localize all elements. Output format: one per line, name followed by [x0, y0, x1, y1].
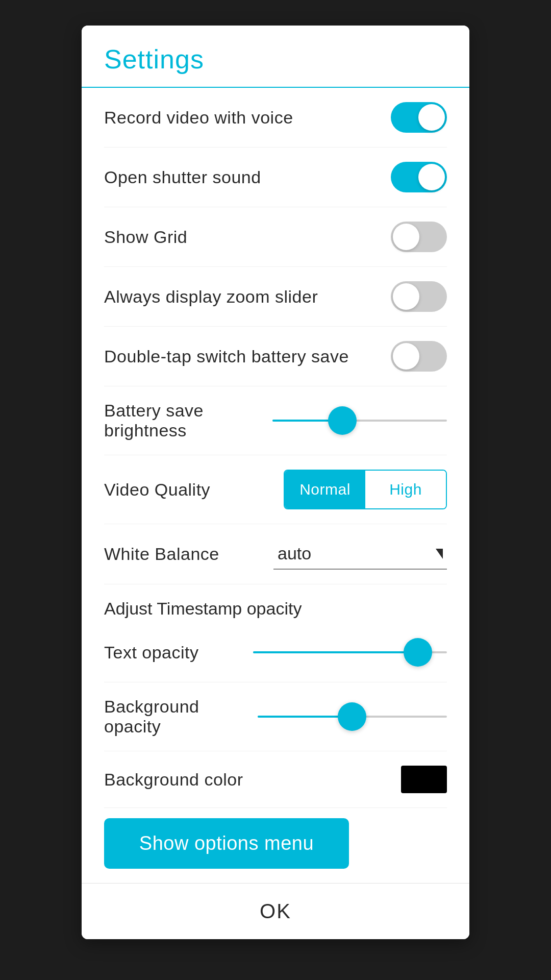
- video-quality-control: Normal High: [284, 470, 447, 509]
- bg-opacity-row: Background opacity: [104, 682, 447, 751]
- timestamp-section-header: Adjust Timestamp opacity: [104, 584, 447, 623]
- battery-brightness-row: Battery save brightness: [104, 386, 447, 455]
- record-video-toggle[interactable]: [391, 102, 447, 133]
- bg-opacity-slider[interactable]: [258, 701, 447, 732]
- dialog-content: Record video with voice Open shutter sou…: [82, 88, 469, 869]
- zoom-slider-label: Always display zoom slider: [104, 287, 318, 307]
- zoom-slider-toggle-knob: [393, 283, 419, 310]
- settings-dialog: Settings Record video with voice Open sh…: [82, 26, 469, 939]
- battery-brightness-slider[interactable]: [272, 405, 447, 436]
- record-video-label: Record video with voice: [104, 108, 293, 128]
- white-balance-row: White Balance auto: [104, 524, 447, 584]
- timestamp-section-title: Adjust Timestamp opacity: [104, 599, 302, 618]
- shutter-sound-toggle-knob: [418, 164, 445, 190]
- bg-opacity-track: [258, 716, 447, 718]
- show-grid-row: Show Grid: [104, 207, 447, 267]
- zoom-slider-row: Always display zoom slider: [104, 267, 447, 327]
- white-balance-value: auto: [278, 544, 432, 564]
- record-video-row: Record video with voice: [104, 88, 447, 148]
- battery-save-toggle[interactable]: [391, 341, 447, 372]
- video-quality-normal-btn[interactable]: Normal: [285, 471, 365, 508]
- ok-button[interactable]: OK: [260, 900, 291, 923]
- white-balance-label: White Balance: [104, 544, 219, 564]
- battery-save-toggle-knob: [393, 343, 419, 370]
- text-opacity-slider[interactable]: [253, 637, 447, 668]
- show-grid-label: Show Grid: [104, 227, 187, 247]
- shutter-sound-label: Open shutter sound: [104, 167, 261, 187]
- record-video-toggle-knob: [418, 104, 445, 131]
- text-opacity-track: [253, 651, 447, 653]
- white-balance-dropdown[interactable]: auto: [273, 538, 447, 570]
- text-opacity-row: Text opacity: [104, 623, 447, 682]
- text-opacity-label: Text opacity: [104, 643, 199, 663]
- battery-save-label: Double-tap switch battery save: [104, 347, 349, 366]
- text-opacity-fill: [253, 651, 418, 653]
- battery-save-row: Double-tap switch battery save: [104, 327, 447, 386]
- battery-brightness-thumb[interactable]: [328, 406, 357, 435]
- dialog-header: Settings: [82, 26, 469, 88]
- bg-opacity-thumb[interactable]: [338, 702, 366, 731]
- bg-color-label: Background color: [104, 770, 243, 790]
- zoom-slider-toggle[interactable]: [391, 281, 447, 312]
- dialog-title: Settings: [104, 44, 447, 75]
- bg-opacity-label: Background opacity: [104, 697, 258, 737]
- video-quality-high-btn[interactable]: High: [365, 471, 446, 508]
- video-quality-row: Video Quality Normal High: [104, 455, 447, 524]
- shutter-sound-toggle[interactable]: [391, 162, 447, 192]
- show-grid-toggle[interactable]: [391, 222, 447, 252]
- dialog-backdrop: Settings Record video with voice Open sh…: [0, 0, 551, 980]
- text-opacity-thumb[interactable]: [404, 638, 432, 667]
- battery-brightness-track: [272, 420, 447, 422]
- dialog-footer: OK: [82, 883, 469, 939]
- show-grid-toggle-knob: [393, 224, 419, 250]
- bg-color-swatch[interactable]: [401, 766, 447, 793]
- chevron-down-icon: [436, 549, 443, 559]
- battery-brightness-label: Battery save brightness: [104, 401, 272, 440]
- show-options-menu-button[interactable]: Show options menu: [104, 818, 349, 869]
- shutter-sound-row: Open shutter sound: [104, 148, 447, 207]
- video-quality-label: Video Quality: [104, 480, 210, 500]
- bg-color-row: Background color: [104, 751, 447, 808]
